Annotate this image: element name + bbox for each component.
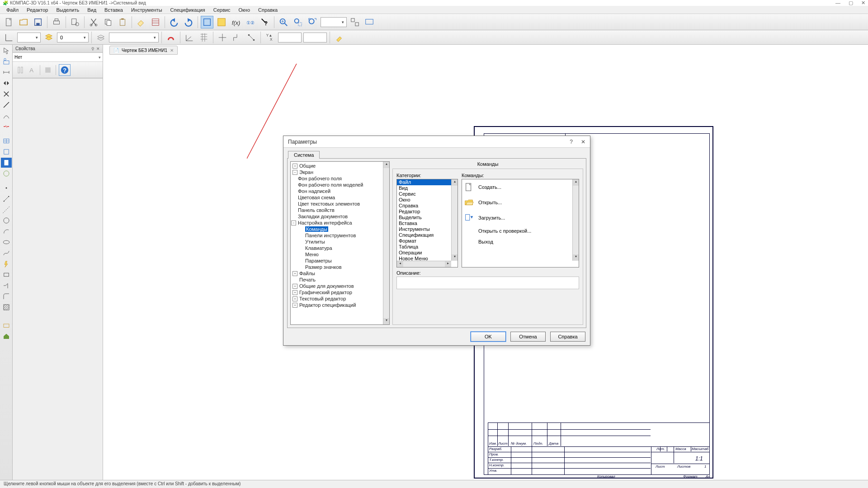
variables-button[interactable] <box>215 16 228 28</box>
spline-tool[interactable] <box>1 248 12 258</box>
zoom-fit-button[interactable] <box>306 16 319 28</box>
style-combo[interactable]: ▾ <box>109 33 159 42</box>
paste-button[interactable] <box>116 16 129 28</box>
layer-mgr-button[interactable] <box>42 31 55 44</box>
edit-tool[interactable] <box>1 89 12 99</box>
dialog-help-button[interactable]: ? <box>570 139 573 145</box>
select-tool[interactable] <box>1 46 12 56</box>
cmd-open-check[interactable]: Открыть с проверкой... <box>462 225 579 236</box>
menu-tools[interactable]: Инструменты <box>127 6 166 14</box>
library-button[interactable] <box>201 16 213 28</box>
tree-scrollbar[interactable]: ▴▾ <box>383 162 389 324</box>
ellipse-tool[interactable] <box>1 237 12 247</box>
categories-list[interactable]: Файл Вид Сервис Окно Справка Редактор Вы… <box>396 179 458 267</box>
cmd-scrollbar[interactable]: ▴▾ <box>572 179 579 261</box>
maximize-button[interactable]: ▢ <box>849 0 853 6</box>
rebuild-button[interactable]: ①② <box>244 16 257 28</box>
table-tool[interactable] <box>1 136 12 146</box>
help-button[interactable]: ? <box>259 16 271 28</box>
cmd-exit[interactable]: Выход <box>462 236 579 247</box>
spec-tool[interactable] <box>1 158 12 168</box>
layer-combo[interactable]: 0▾ <box>57 33 89 42</box>
segment-tool[interactable] <box>1 194 12 204</box>
menu-help[interactable]: Справка <box>255 6 281 14</box>
panel-close-icon[interactable]: ✕ <box>96 47 100 51</box>
screen-button[interactable] <box>363 16 376 28</box>
menu-window[interactable]: Окно <box>235 6 254 14</box>
menu-insert[interactable]: Вставка <box>101 6 127 14</box>
fx-button[interactable]: f(x) <box>230 16 242 28</box>
properties-button[interactable] <box>149 16 162 28</box>
xy-button[interactable]: Y▲X <box>264 31 276 44</box>
geometry-tool[interactable] <box>1 56 12 66</box>
panel-help-button[interactable]: ? <box>59 64 71 76</box>
home-tool[interactable] <box>1 331 12 341</box>
panel-pin-icon[interactable]: ⚲ <box>91 47 94 51</box>
x-input[interactable] <box>278 33 302 42</box>
fillet-tool[interactable] <box>1 291 12 301</box>
minimize-button[interactable]: — <box>835 0 840 6</box>
menu-view[interactable]: Вид <box>84 6 100 14</box>
point-tool[interactable] <box>1 183 12 193</box>
copy-button[interactable] <box>102 16 114 28</box>
dialog-help-btn[interactable]: Справка <box>550 332 585 342</box>
menu-spec[interactable]: Спецификация <box>167 6 209 14</box>
menu-select[interactable]: Выделить <box>52 6 83 14</box>
new-doc-button[interactable] <box>3 16 15 28</box>
open-button[interactable] <box>17 16 30 28</box>
menu-service[interactable]: Сервис <box>210 6 234 14</box>
view-combo[interactable]: ▾ <box>17 33 41 42</box>
bolt-tool[interactable] <box>1 259 12 269</box>
y-input[interactable] <box>303 33 327 42</box>
tab-close-icon[interactable]: ✕ <box>170 48 174 53</box>
menu-editor[interactable]: Редактор <box>23 6 52 14</box>
layers-button[interactable] <box>94 31 107 44</box>
save-button[interactable] <box>32 16 44 28</box>
settings-tree[interactable]: +Общие −Экран Фон рабочего поля Фон рабо… <box>290 161 390 325</box>
dimension-tool[interactable] <box>1 67 12 77</box>
zoom-window-button[interactable] <box>292 16 304 28</box>
cmd-create[interactable]: Создать... <box>462 179 579 195</box>
cmd-open[interactable]: Открыть... <box>462 195 579 210</box>
hatch-tool[interactable] <box>1 302 12 312</box>
dialog-close-button[interactable]: ✕ <box>581 139 585 145</box>
snap-button[interactable] <box>165 31 177 44</box>
menu-file[interactable]: Файл <box>3 6 22 14</box>
ok-button[interactable]: OK <box>471 332 506 342</box>
tree-item-commands[interactable]: Команды <box>291 226 389 232</box>
ucs-button[interactable] <box>3 31 15 44</box>
marker-button[interactable] <box>333 31 345 44</box>
tab-system[interactable]: Система <box>288 151 320 159</box>
panel-btn3[interactable] <box>43 65 53 75</box>
arc-tool[interactable] <box>1 111 12 121</box>
circle-tool[interactable] <box>1 216 12 225</box>
grid-button[interactable] <box>198 31 210 44</box>
angle-button[interactable] <box>183 31 196 44</box>
print-button[interactable] <box>50 16 63 28</box>
infinite-line-tool[interactable] <box>1 205 12 215</box>
cancel-button[interactable]: Отмена <box>510 332 546 342</box>
document-tab[interactable]: 📄 Чертеж БЕЗ ИМЕНИ1 ✕ <box>109 46 178 55</box>
cmd-load[interactable]: Загрузить... <box>462 210 579 225</box>
report-tool[interactable] <box>1 169 12 178</box>
path-button[interactable] <box>231 31 243 44</box>
redo-button[interactable] <box>182 16 195 28</box>
coord-button[interactable] <box>349 16 361 28</box>
cut-button[interactable] <box>87 16 100 28</box>
cat-hscrollbar[interactable]: ◂▸ <box>397 261 451 267</box>
virtual-button[interactable] <box>245 31 258 44</box>
cat-file[interactable]: Файл <box>397 179 458 185</box>
undo-button[interactable] <box>168 16 180 28</box>
ortho-button[interactable] <box>216 31 229 44</box>
zoom-combo[interactable]: ▾ <box>321 17 347 27</box>
view-tool[interactable] <box>1 147 12 157</box>
panel-btn2[interactable]: A <box>27 65 37 75</box>
rect-tool[interactable] <box>1 270 12 280</box>
symbols-tool[interactable] <box>1 78 12 88</box>
cat-scrollbar[interactable]: ▴▾ <box>451 179 458 261</box>
dialog-title-bar[interactable]: Параметры ? ✕ <box>283 136 590 148</box>
break-tool[interactable] <box>1 122 12 131</box>
rect2-tool[interactable] <box>1 320 12 330</box>
chamfer-tool[interactable] <box>1 281 12 291</box>
panel-btn1[interactable] <box>15 65 25 75</box>
